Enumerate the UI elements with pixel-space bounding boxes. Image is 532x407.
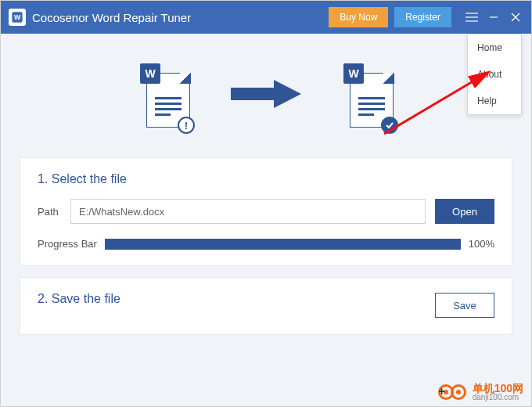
menu-item-help[interactable]: Help <box>468 88 521 114</box>
check-badge-icon <box>381 117 398 134</box>
corrupt-doc-icon: W ! <box>140 63 189 128</box>
app-title: Cocosenor Word Repair Tuner <box>32 11 191 24</box>
watermark: + 单机100网 danji100.com <box>438 383 523 402</box>
titlebar: W Cocosenor Word Repair Tuner Buy Now Re… <box>1 1 531 34</box>
save-file-heading: 2. Save the file <box>38 292 120 306</box>
register-button[interactable]: Register <box>394 7 451 27</box>
menu-item-home[interactable]: Home <box>468 34 521 61</box>
close-icon[interactable] <box>505 1 527 34</box>
word-badge-icon: W <box>343 63 364 84</box>
app-logo-icon: W <box>9 9 26 26</box>
hero-graphic: W ! W <box>1 34 531 157</box>
select-file-card: 1. Select the file Path Open Progress Ba… <box>20 157 512 266</box>
progress-percent: 100% <box>469 238 494 250</box>
menu-item-about[interactable]: About <box>468 61 521 88</box>
svg-text:W: W <box>14 13 21 21</box>
minimize-icon[interactable] <box>483 1 505 34</box>
path-input[interactable] <box>70 199 426 224</box>
save-button[interactable]: Save <box>435 293 494 318</box>
arrow-right-icon <box>231 78 301 113</box>
select-file-heading: 1. Select the file <box>38 172 494 186</box>
app-window: W Cocosenor Word Repair Tuner Buy Now Re… <box>0 0 532 407</box>
main-menu-dropdown: Home About Help <box>467 34 522 115</box>
buy-now-button[interactable]: Buy Now <box>329 7 388 27</box>
svg-marker-8 <box>231 80 301 108</box>
open-button[interactable]: Open <box>435 199 494 224</box>
watermark-line1: 单机100网 <box>473 383 523 394</box>
progress-label: Progress Bar <box>38 238 97 250</box>
progress-bar <box>105 239 461 250</box>
menu-icon[interactable] <box>461 1 483 34</box>
watermark-logo-icon: + <box>438 383 468 402</box>
error-badge-icon: ! <box>178 117 195 134</box>
word-badge-icon: W <box>140 63 160 84</box>
path-label: Path <box>38 206 61 218</box>
repaired-doc-icon: W <box>343 63 392 128</box>
watermark-line2: danji100.com <box>473 394 523 402</box>
save-file-card: 2. Save the file Save <box>20 277 512 335</box>
